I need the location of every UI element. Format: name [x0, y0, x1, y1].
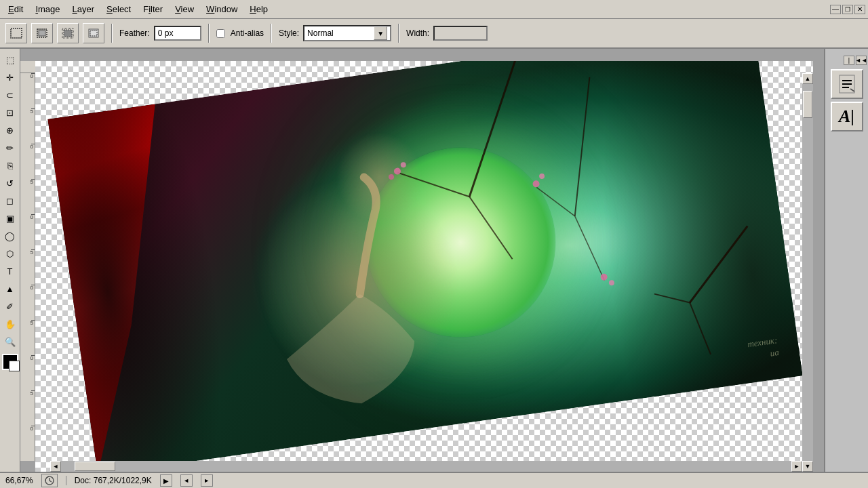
- toolbar-separator-3: [271, 24, 272, 43]
- style-label: Style:: [279, 28, 299, 38]
- anti-alias-checkbox[interactable]: [216, 29, 225, 38]
- menu-image[interactable]: Image: [30, 2, 65, 16]
- width-label: Width:: [406, 28, 429, 38]
- play-button[interactable]: ▶: [160, 474, 172, 487]
- tool-hand[interactable]: ✋: [2, 316, 18, 332]
- tool-text[interactable]: T: [2, 263, 18, 279]
- tool-shape[interactable]: ▲: [2, 281, 18, 297]
- tool-history[interactable]: ↺: [2, 175, 18, 191]
- panel-paragraph-button[interactable]: [831, 69, 863, 99]
- menu-bar: Edit Image Layer Select Filter View Wind…: [0, 0, 868, 19]
- nav-next-button[interactable]: ►: [201, 474, 213, 487]
- scroll-thumb-vertical[interactable]: [803, 91, 812, 118]
- scroll-track-vertical[interactable]: [802, 84, 813, 461]
- toolbar-separator-2: [208, 24, 210, 43]
- magic-wand-button[interactable]: [83, 23, 104, 43]
- feather-input[interactable]: [154, 26, 201, 41]
- tool-heal[interactable]: ⊕: [2, 122, 18, 138]
- scrollbar-vertical[interactable]: ▲ ▼: [802, 73, 813, 472]
- ruler-v-tick: 5: [21, 108, 33, 115]
- svg-rect-0: [11, 28, 22, 38]
- scroll-up-button[interactable]: ▲: [802, 73, 813, 84]
- ruler-v-tick: 0: [21, 73, 33, 79]
- panel-controls: | ◄◄: [825, 54, 868, 66]
- menu-layer[interactable]: Layer: [67, 2, 100, 16]
- panel-scroll-btn1[interactable]: |: [844, 56, 854, 65]
- menu-edit[interactable]: Edit: [3, 2, 28, 16]
- tool-stamp[interactable]: ⎘: [2, 157, 18, 174]
- status-bar: 66,67% Doc: 767,2K/1022,9K ▶ ◄ ►: [0, 472, 868, 488]
- panel-scroll-btn2[interactable]: ◄◄: [856, 56, 867, 65]
- toolbar-separator-4: [398, 24, 399, 43]
- move-button[interactable]: [31, 23, 53, 43]
- scroll-left-button[interactable]: ◄: [50, 461, 61, 472]
- tool-brush[interactable]: ✏: [2, 140, 18, 156]
- style-value: Normal: [307, 28, 334, 38]
- tool-lasso[interactable]: ⊂: [2, 87, 18, 103]
- anti-alias-label: Anti-alias: [231, 28, 264, 38]
- restore-button[interactable]: ❐: [842, 5, 853, 14]
- tool-gradient[interactable]: ▣: [2, 210, 18, 226]
- width-input[interactable]: [433, 26, 488, 41]
- doc-info: Doc: 767,2K/1022,9K: [75, 476, 152, 485]
- close-button[interactable]: ✕: [854, 5, 865, 14]
- panel-text-button[interactable]: A|: [831, 102, 863, 131]
- nav-prev-button[interactable]: ◄: [180, 474, 193, 487]
- svg-rect-2: [39, 30, 45, 36]
- tool-selection[interactable]: ⬚: [2, 52, 18, 68]
- canvas-area[interactable]: техник:ua ▲ ▼ ◄ ►: [35, 61, 813, 472]
- tool-eraser[interactable]: ◻: [2, 192, 18, 209]
- ruler-v-tick: 0: [21, 285, 33, 291]
- style-dropdown-arrow: ▼: [374, 26, 387, 40]
- toolbar-separator-1: [111, 24, 113, 43]
- ruler-v-tick: 5: [21, 179, 33, 185]
- tool-eyedropper[interactable]: ✐: [2, 298, 18, 314]
- style-dropdown[interactable]: Normal ▼: [303, 25, 391, 41]
- ruler-v-tick: 0: [21, 355, 33, 361]
- scroll-track-horizontal[interactable]: [61, 461, 791, 472]
- tool-zoom[interactable]: 🔍: [2, 333, 18, 350]
- zoom-level: 66,67%: [5, 476, 33, 485]
- ruler-v-tick: 5: [21, 249, 33, 256]
- ruler-v-tick: 0: [21, 144, 33, 150]
- svg-rect-4: [64, 30, 72, 37]
- ruler-v-tick: 0: [21, 426, 33, 432]
- feather-label: Feather:: [119, 28, 150, 38]
- minimize-button[interactable]: —: [830, 5, 841, 14]
- ruler-v-tick: 5: [21, 320, 33, 326]
- menu-select[interactable]: Select: [101, 2, 136, 16]
- ruler-v-tick: 0: [21, 214, 33, 220]
- menu-window[interactable]: Window: [201, 2, 243, 16]
- ruler-v-tick: 5: [21, 390, 33, 396]
- canvas-wrapper: 050100150200250300350400450500550600 050…: [20, 49, 824, 472]
- scroll-thumb-horizontal[interactable]: [75, 462, 115, 471]
- right-panel: | ◄◄ A|: [824, 49, 868, 472]
- foreground-color[interactable]: [2, 354, 18, 370]
- ruler-vertical: 0505050505050: [20, 73, 35, 461]
- toolbar: Feather: Anti-alias Style: Normal ▼ Widt…: [0, 19, 868, 49]
- main-area: ⬚ ✛ ⊂ ⊡ ⊕ ✏ ⎘ ↺ ◻ ▣ ◯ ⬡ T ▲ ✐ ✋ 🔍 050100…: [0, 49, 868, 472]
- zoom-history-button[interactable]: [41, 474, 58, 487]
- scrollbar-horizontal[interactable]: ◄ ►: [50, 461, 802, 472]
- scroll-right-button[interactable]: ►: [791, 461, 802, 472]
- rectangular-marquee-button[interactable]: [5, 23, 27, 43]
- tool-path[interactable]: ⬡: [2, 245, 18, 262]
- tool-dodge[interactable]: ◯: [2, 228, 18, 244]
- figure-element: [196, 103, 584, 401]
- watermark: техник:ua: [747, 334, 780, 363]
- tool-crop[interactable]: ⊡: [2, 104, 18, 121]
- status-separator-1: [66, 476, 66, 485]
- scroll-down-button[interactable]: ▼: [802, 461, 813, 472]
- left-toolbar: ⬚ ✛ ⊂ ⊡ ⊕ ✏ ⎘ ↺ ◻ ▣ ◯ ⬡ T ▲ ✐ ✋ 🔍: [0, 49, 20, 472]
- lasso-button[interactable]: [57, 23, 79, 43]
- menu-filter[interactable]: Filter: [138, 2, 168, 16]
- menu-help[interactable]: Help: [244, 2, 273, 16]
- menu-view[interactable]: View: [170, 2, 199, 16]
- tool-move[interactable]: ✛: [2, 69, 18, 85]
